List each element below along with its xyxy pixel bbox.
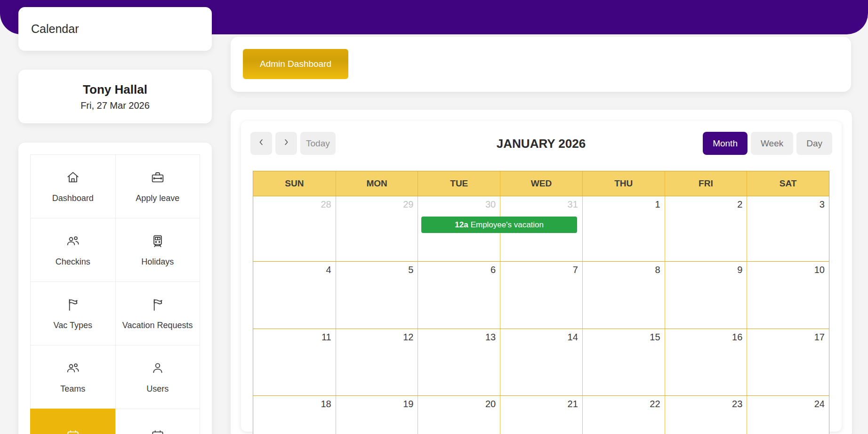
day-cell[interactable]: 2 xyxy=(665,196,747,261)
day-cell[interactable]: 21 xyxy=(500,396,582,434)
people-icon xyxy=(65,361,80,378)
day-cell[interactable]: 10 xyxy=(747,262,829,329)
people-icon xyxy=(65,233,80,250)
sidebar-item-label: Users xyxy=(146,384,169,394)
day-cell[interactable]: 15 xyxy=(582,329,665,395)
day-cell[interactable]: 9 xyxy=(665,262,747,329)
admin-dashboard-card: Admin Dashboard xyxy=(231,37,851,92)
sidebar-item-label: Apply leave xyxy=(136,193,179,203)
weekday-header-row: SUN MON TUE WED THU FRI SAT xyxy=(253,171,829,196)
sidebar-item-label: Vac Types xyxy=(54,321,92,330)
sidebar-item-label: Vacation Requests xyxy=(122,321,193,330)
day-cell[interactable]: 20 xyxy=(418,396,500,434)
weekday-header: SAT xyxy=(747,171,829,196)
day-cell[interactable]: 4 xyxy=(253,262,336,329)
weekday-header: WED xyxy=(500,171,582,196)
sidebar-item-dashboard[interactable]: Dashboard xyxy=(30,154,115,218)
page-title: Calendar xyxy=(31,22,79,36)
calendar-card: Today JANUARY 2026 Month Week Day SUN MO… xyxy=(241,121,842,432)
sidebar-nav-card: Dashboard Apply leave Checkins Holidays xyxy=(18,143,212,434)
sidebar-item-calendar-active[interactable] xyxy=(30,409,115,434)
app-title-card: Calendar xyxy=(18,7,212,51)
weekday-header: THU xyxy=(582,171,665,196)
day-cell[interactable]: 6 xyxy=(418,262,500,329)
event-employees-vacation[interactable]: 12a Employee's vacation xyxy=(421,217,577,233)
day-cell[interactable]: 1 xyxy=(582,196,665,261)
sidebar-item-holidays[interactable]: Holidays xyxy=(115,218,201,281)
day-cell[interactable]: 19 xyxy=(336,396,418,434)
flag-icon xyxy=(65,297,80,314)
home-icon xyxy=(65,170,80,187)
person-icon xyxy=(150,361,165,378)
weekday-header: FRI xyxy=(665,171,747,196)
sidebar-item-checkins[interactable]: Checkins xyxy=(30,218,115,281)
calendar-toolbar: Today JANUARY 2026 Month Week Day xyxy=(253,132,829,155)
calendar-view-switcher: Month Week Day xyxy=(703,132,832,155)
admin-dashboard-button[interactable]: Admin Dashboard xyxy=(243,49,348,79)
day-cell[interactable]: 8 xyxy=(582,262,665,329)
sidebar-nav-grid: Dashboard Apply leave Checkins Holidays xyxy=(30,154,200,434)
sidebar-item-label: Teams xyxy=(60,384,85,394)
day-cell[interactable]: 7 xyxy=(500,262,582,329)
sidebar-item-label: Checkins xyxy=(56,257,90,267)
view-day-button[interactable]: Day xyxy=(796,132,832,155)
day-cell[interactable]: 18 xyxy=(253,396,336,434)
view-month-button[interactable]: Month xyxy=(703,132,747,155)
day-cell[interactable]: 5 xyxy=(336,262,418,329)
day-cell[interactable]: 3 xyxy=(747,196,829,261)
week-row: 18 19 20 21 22 23 24 xyxy=(253,395,829,434)
day-cell[interactable]: 29 xyxy=(336,196,418,261)
sidebar-item-apply-leave[interactable]: Apply leave xyxy=(115,154,201,218)
week-row: 28 29 30 31 1 2 3 12a Employee's vacatio… xyxy=(253,196,829,261)
day-cell[interactable]: 14 xyxy=(500,329,582,395)
sidebar-item-vac-types[interactable]: Vac Types xyxy=(30,281,115,345)
day-cell[interactable]: 16 xyxy=(665,329,747,395)
sidebar-item-calendar-alt[interactable] xyxy=(115,409,201,434)
calendar-icon xyxy=(150,429,165,434)
flag-icon xyxy=(150,297,165,314)
profile-card: Tony Hallal Fri, 27 Mar 2026 xyxy=(18,70,212,123)
event-title: Employee's vacation xyxy=(471,220,544,230)
train-icon xyxy=(150,233,165,250)
profile-date: Fri, 27 Mar 2026 xyxy=(80,100,150,111)
sidebar-item-label: Holidays xyxy=(141,257,174,267)
week-row: 4 5 6 7 8 9 10 xyxy=(253,261,829,329)
day-cell[interactable]: 12 xyxy=(336,329,418,395)
day-cell[interactable]: 22 xyxy=(582,396,665,434)
sidebar-item-label: Dashboard xyxy=(52,193,94,203)
profile-name: Tony Hallal xyxy=(83,82,147,97)
event-time: 12a xyxy=(455,220,468,230)
sidebar-item-teams[interactable]: Teams xyxy=(30,345,115,409)
day-cell[interactable]: 13 xyxy=(418,329,500,395)
weekday-header: TUE xyxy=(418,171,500,196)
weekday-header: MON xyxy=(336,171,418,196)
calendar-section-card: Today JANUARY 2026 Month Week Day SUN MO… xyxy=(231,110,852,434)
day-cell[interactable]: 28 xyxy=(253,196,336,261)
sidebar-item-vacation-requests[interactable]: Vacation Requests xyxy=(115,281,201,345)
month-grid: SUN MON TUE WED THU FRI SAT 28 29 30 31 … xyxy=(253,171,829,434)
briefcase-icon xyxy=(150,170,165,187)
weekday-header: SUN xyxy=(253,171,336,196)
sidebar-item-users[interactable]: Users xyxy=(115,345,201,409)
day-cell[interactable]: 11 xyxy=(253,329,336,395)
view-week-button[interactable]: Week xyxy=(751,132,793,155)
day-cell[interactable]: 24 xyxy=(747,396,829,434)
calendar-icon xyxy=(65,429,80,434)
day-cell[interactable]: 23 xyxy=(665,396,747,434)
day-cell[interactable]: 17 xyxy=(747,329,829,395)
week-row: 11 12 13 14 15 16 17 xyxy=(253,329,829,395)
